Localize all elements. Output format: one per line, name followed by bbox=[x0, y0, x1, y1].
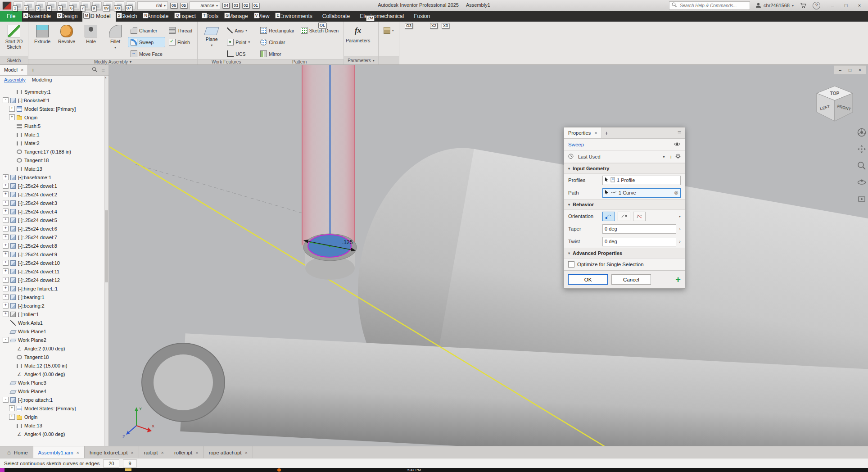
button-revolve[interactable]: Revolve bbox=[55, 23, 78, 45]
tree-item[interactable]: +[-]:.25x24 dowel:9 bbox=[0, 250, 104, 259]
section-behavior[interactable]: ▾Behavior bbox=[564, 199, 685, 210]
tree-item[interactable]: -Work Plane2 bbox=[0, 336, 104, 344]
store-cart-icon[interactable] bbox=[799, 1, 807, 9]
button-rectangular[interactable]: Rectangular bbox=[258, 25, 297, 36]
doc-minimize-button[interactable]: – bbox=[836, 66, 844, 73]
expander-icon[interactable]: + bbox=[3, 183, 9, 189]
expander-icon[interactable]: + bbox=[3, 174, 9, 180]
dimension-label[interactable]: .125 bbox=[342, 239, 353, 245]
ok-button[interactable]: OK bbox=[568, 274, 608, 285]
tree-item[interactable]: +[-]:bearing:1 bbox=[0, 293, 104, 301]
tree-item[interactable]: +Model States: [Primary] bbox=[0, 404, 104, 413]
ribbon-tab-manage[interactable]: GManage bbox=[223, 11, 253, 22]
ribbon-tab-fusion[interactable]: Fusion bbox=[409, 11, 435, 22]
document-tab-hinge-fixturel-ipt[interactable]: hinge fixtureL.ipt× bbox=[85, 446, 139, 458]
scrollbar-thumb[interactable] bbox=[105, 210, 108, 282]
expander-icon[interactable]: + bbox=[3, 243, 9, 249]
expander-icon[interactable]: + bbox=[3, 200, 9, 206]
ribbon-tab-file[interactable]: File bbox=[0, 11, 22, 22]
qat-icon[interactable]: 9 bbox=[92, 1, 102, 10]
qat-icon[interactable]: 7 bbox=[81, 1, 90, 10]
qat-icon[interactable]: 1 bbox=[14, 1, 23, 10]
chevron-down-icon[interactable]: ▾ bbox=[679, 214, 681, 218]
taskbar-folder-icon[interactable] bbox=[125, 468, 131, 471]
button-thread[interactable]: Thread bbox=[166, 25, 195, 36]
cancel-button[interactable]: Cancel bbox=[611, 274, 651, 285]
qat-icon[interactable]: 09 bbox=[104, 1, 113, 10]
help-icon[interactable]: ? bbox=[813, 2, 820, 9]
ribbon-tab-annotate[interactable]: NAnnotate bbox=[142, 11, 173, 22]
tree-item[interactable]: +[-]:.25x24 dowel:11 bbox=[0, 267, 104, 276]
document-tab-home[interactable]: ⌂Home bbox=[2, 446, 33, 458]
browser-subtab-assembly[interactable]: Assembly bbox=[4, 77, 26, 82]
viewport[interactable]: .125 Y X Z – □ × TOP LEFT FRONT bbox=[108, 64, 868, 446]
close-icon[interactable]: × bbox=[131, 450, 133, 455]
expander-icon[interactable]: + bbox=[3, 294, 9, 300]
look-at-icon[interactable] bbox=[857, 194, 867, 204]
qat-icon[interactable]: 3 bbox=[36, 1, 45, 10]
tree-item[interactable]: +[-]:.25x24 dowel:5 bbox=[0, 216, 104, 224]
tree-item[interactable]: +Work Plane1 bbox=[0, 327, 104, 336]
document-tab-rope-attach-ipt[interactable]: rope attach.ipt× bbox=[204, 446, 253, 458]
tree-item[interactable]: +∠Angle:4 (0.00 deg) bbox=[0, 430, 104, 438]
ribbon-tab-design[interactable]: DDesign bbox=[56, 11, 82, 22]
doc-close-button[interactable]: × bbox=[856, 66, 864, 73]
tree-item[interactable]: +Work Plane4 bbox=[0, 387, 104, 395]
button-hole[interactable]: Hole bbox=[79, 23, 103, 45]
twist-field[interactable]: 0 deg bbox=[602, 237, 676, 246]
ribbon-tab-sketch[interactable]: SSketch bbox=[116, 11, 142, 22]
button-mirror[interactable]: Mirror bbox=[258, 49, 297, 59]
maximize-button[interactable]: □ bbox=[839, 0, 853, 10]
pan-icon[interactable] bbox=[857, 144, 867, 154]
document-tab-rail-ipt[interactable]: rail.ipt× bbox=[139, 446, 169, 458]
button-point[interactable]: Point▾ bbox=[224, 37, 253, 47]
tree-item[interactable]: +∠Angle:4 (0.00 deg) bbox=[0, 370, 104, 378]
expander-icon[interactable]: + bbox=[3, 268, 9, 274]
button-fillet[interactable]: Fillet▾ bbox=[104, 23, 127, 51]
taskbar-app-icon[interactable] bbox=[277, 468, 281, 472]
tree-item[interactable]: +Work Axis1 bbox=[0, 318, 104, 327]
tree-item[interactable]: +Mate:13 bbox=[0, 164, 104, 173]
close-button[interactable]: × bbox=[853, 0, 866, 10]
button-ucs[interactable]: UCS bbox=[224, 49, 253, 59]
full-navigation-wheel-icon[interactable] bbox=[857, 127, 867, 137]
ribbon-group-caption[interactable]: Modify Assembly▾ bbox=[28, 59, 197, 64]
doc-restore-button[interactable]: □ bbox=[846, 66, 854, 73]
ribbon-tab-environments[interactable]: EEnvironments bbox=[274, 11, 317, 22]
qat-icon[interactable]: 2 bbox=[25, 1, 34, 10]
expander-icon[interactable]: - bbox=[3, 97, 9, 103]
tree-item[interactable]: +[•]:baseframe:1 bbox=[0, 173, 104, 182]
tree-item[interactable]: +[-]:.25x24 dowel:12 bbox=[0, 276, 104, 284]
profiles-field[interactable]: 1 Profile bbox=[602, 176, 681, 185]
ribbon-tab-inspect[interactable]: QInspect bbox=[173, 11, 201, 22]
qat-icon[interactable]: 08 bbox=[115, 1, 124, 10]
section-input-geometry[interactable]: ▾Input Geometry bbox=[564, 163, 685, 174]
close-icon[interactable]: × bbox=[594, 130, 597, 136]
tree-item[interactable]: +Model States: [Primary] bbox=[0, 104, 104, 113]
expander-icon[interactable]: + bbox=[3, 303, 9, 309]
orientation-guide-button[interactable] bbox=[633, 212, 646, 221]
tree-item[interactable]: +Work Plane3 bbox=[0, 378, 104, 387]
expression-arrow-icon[interactable]: › bbox=[679, 239, 681, 244]
3d-scene[interactable]: .125 Y X Z bbox=[108, 64, 868, 446]
qat-icon[interactable]: 5 bbox=[59, 1, 68, 10]
browser-scrollbar[interactable] bbox=[104, 75, 108, 446]
tree-item[interactable]: +[-]:bearing:2 bbox=[0, 301, 104, 310]
help-search[interactable] bbox=[669, 1, 750, 10]
expander-icon[interactable]: + bbox=[3, 251, 9, 257]
expander-icon[interactable]: + bbox=[9, 114, 15, 120]
add-panel-button[interactable]: + bbox=[28, 67, 38, 73]
tree-item[interactable]: +Mate:1 bbox=[0, 130, 104, 139]
ribbon-tab-assemble[interactable]: AAssemble bbox=[22, 11, 56, 22]
expander-icon[interactable]: + bbox=[3, 191, 9, 197]
add-preset-button[interactable]: + bbox=[669, 154, 673, 160]
view-cube[interactable]: TOP LEFT FRONT bbox=[814, 83, 855, 125]
expander-icon[interactable]: + bbox=[9, 405, 15, 411]
expander-icon[interactable]: + bbox=[3, 277, 9, 283]
ribbon-tab-3d-model[interactable]: M3D Model bbox=[82, 11, 115, 22]
add-tab-button[interactable]: + bbox=[602, 130, 612, 136]
settings-gear-icon[interactable] bbox=[675, 154, 681, 160]
properties-tab[interactable]: Properties × bbox=[564, 127, 602, 138]
tree-item[interactable]: +Flush:5 bbox=[0, 122, 104, 130]
visibility-eye-icon[interactable] bbox=[674, 141, 681, 148]
